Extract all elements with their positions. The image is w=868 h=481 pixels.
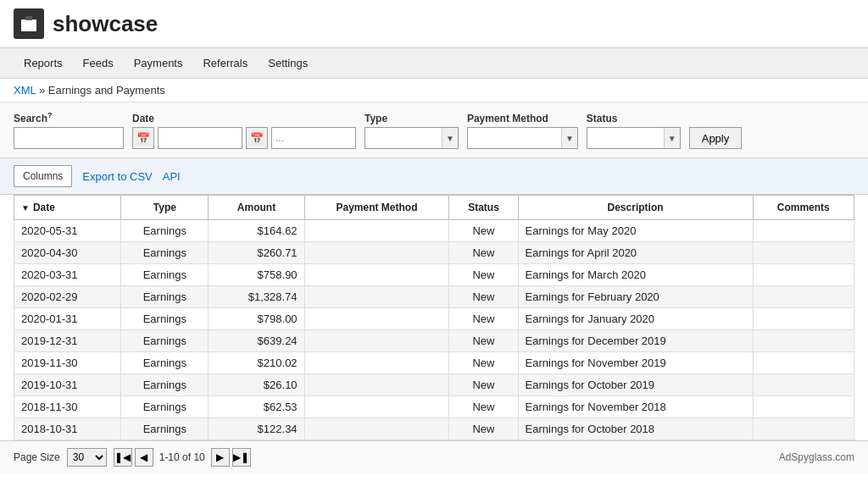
cell-row1-col0: 2020-04-30 bbox=[14, 242, 121, 264]
pagination-controls: ❚◀ ◀ 1-10 of 10 ▶ ▶❚ bbox=[114, 448, 251, 467]
table-row: 2020-01-31Earnings$798.00NewEarnings for… bbox=[14, 308, 854, 330]
col-payment-method: Payment Method bbox=[304, 196, 449, 220]
col-type: Type bbox=[121, 196, 209, 220]
date-start-picker-button[interactable]: 📅 bbox=[132, 127, 154, 149]
pagination-next-button[interactable]: ▶ bbox=[211, 448, 230, 467]
cell-row9-col0: 2018-10-31 bbox=[14, 418, 121, 440]
cell-row6-col6 bbox=[753, 352, 854, 374]
cell-row3-col1: Earnings bbox=[121, 286, 209, 308]
logo-icon bbox=[14, 8, 44, 39]
cell-row6-col3 bbox=[304, 352, 449, 374]
payment-method-select-wrapper: ▼ bbox=[467, 127, 578, 149]
col-date[interactable]: ▼Date bbox=[14, 196, 121, 220]
table-row: 2020-05-31Earnings$164.62NewEarnings for… bbox=[14, 220, 854, 242]
cell-row1-col6 bbox=[753, 242, 854, 264]
search-filter-group: Search? bbox=[14, 111, 124, 149]
date-end-picker-button[interactable]: 📅 bbox=[246, 127, 268, 149]
toolbar: Columns Export to CSV API bbox=[0, 158, 868, 195]
status-select-arrow[interactable]: ▼ bbox=[664, 128, 680, 148]
cell-row5-col5: Earnings for December 2019 bbox=[518, 330, 753, 352]
table-row: 2019-11-30Earnings$210.02NewEarnings for… bbox=[14, 352, 854, 374]
nav-item-feeds[interactable]: Feeds bbox=[73, 50, 124, 76]
nav-item-settings[interactable]: Settings bbox=[258, 50, 318, 76]
breadcrumb-root[interactable]: XML bbox=[14, 84, 36, 97]
main-nav: Reports Feeds Payments Referrals Setting… bbox=[0, 48, 868, 79]
cell-row0-col2: $164.62 bbox=[209, 220, 304, 242]
cell-row4-col3 bbox=[304, 308, 449, 330]
table-body: 2020-05-31Earnings$164.62NewEarnings for… bbox=[14, 220, 854, 440]
payment-method-select-arrow[interactable]: ▼ bbox=[561, 128, 577, 148]
payment-method-filter-group: Payment Method ▼ bbox=[467, 113, 578, 149]
col-amount: Amount bbox=[209, 196, 304, 220]
status-filter-group: Status ▼ bbox=[587, 113, 681, 149]
status-select[interactable] bbox=[587, 128, 664, 148]
cell-row2-col6 bbox=[753, 264, 854, 286]
cell-row3-col4: New bbox=[449, 286, 518, 308]
date-start-input[interactable] bbox=[158, 127, 242, 149]
table-row: 2020-02-29Earnings$1,328.74NewEarnings f… bbox=[14, 286, 854, 308]
cell-row8-col4: New bbox=[449, 396, 518, 418]
type-filter-group: Type ▼ bbox=[364, 113, 459, 149]
columns-button[interactable]: Columns bbox=[14, 165, 72, 187]
cell-row2-col1: Earnings bbox=[121, 264, 209, 286]
cell-row9-col6 bbox=[753, 418, 854, 440]
cell-row3-col6 bbox=[753, 286, 854, 308]
breadcrumb-separator: » bbox=[39, 84, 45, 97]
col-comments: Comments bbox=[753, 196, 854, 220]
export-csv-link[interactable]: Export to CSV bbox=[82, 170, 152, 183]
nav-item-payments[interactable]: Payments bbox=[124, 50, 193, 76]
cell-row5-col4: New bbox=[449, 330, 518, 352]
cell-row1-col4: New bbox=[449, 242, 518, 264]
cell-row5-col3 bbox=[304, 330, 449, 352]
cell-row5-col0: 2019-12-31 bbox=[14, 330, 121, 352]
apply-button[interactable]: Apply bbox=[689, 127, 743, 149]
cell-row6-col5: Earnings for November 2019 bbox=[518, 352, 753, 374]
pagination-last-button[interactable]: ▶❚ bbox=[232, 448, 251, 467]
pagination-info: 1-10 of 10 bbox=[159, 451, 205, 463]
footer-branding: AdSpyglass.com bbox=[779, 451, 854, 463]
pagination-first-button[interactable]: ❚◀ bbox=[114, 448, 132, 467]
type-select[interactable] bbox=[365, 128, 442, 148]
cell-row3-col3 bbox=[304, 286, 449, 308]
type-select-arrow[interactable]: ▼ bbox=[442, 128, 458, 148]
cell-row6-col0: 2019-11-30 bbox=[14, 352, 121, 374]
cell-row4-col2: $798.00 bbox=[209, 308, 304, 330]
nav-item-referrals[interactable]: Referrals bbox=[192, 50, 258, 76]
search-label: Search? bbox=[14, 111, 124, 124]
cell-row4-col4: New bbox=[449, 308, 518, 330]
cell-row7-col6 bbox=[753, 374, 854, 396]
table-row: 2019-10-31Earnings$26.10NewEarnings for … bbox=[14, 374, 854, 396]
cell-row3-col0: 2020-02-29 bbox=[14, 286, 121, 308]
cell-row2-col4: New bbox=[449, 264, 518, 286]
cell-row0-col4: New bbox=[449, 220, 518, 242]
svg-rect-2 bbox=[24, 21, 34, 23]
cell-row1-col5: Earnings for April 2020 bbox=[518, 242, 753, 264]
cell-row0-col1: Earnings bbox=[121, 220, 209, 242]
cell-row2-col0: 2020-03-31 bbox=[14, 264, 121, 286]
footer: Page Size 30 50 100 ❚◀ ◀ 1-10 of 10 ▶ ▶❚… bbox=[0, 440, 868, 473]
payment-method-select[interactable] bbox=[468, 128, 561, 148]
date-end-input[interactable] bbox=[271, 127, 356, 149]
sort-arrow-icon: ▼ bbox=[21, 203, 30, 213]
cell-row8-col0: 2018-11-30 bbox=[14, 396, 121, 418]
pagination-prev-button[interactable]: ◀ bbox=[135, 448, 153, 467]
date-range-wrapper: 📅 📅 bbox=[132, 127, 356, 149]
search-input[interactable] bbox=[14, 127, 124, 149]
cell-row0-col5: Earnings for May 2020 bbox=[518, 220, 753, 242]
breadcrumb-current: Earnings and Payments bbox=[48, 84, 165, 97]
cell-row7-col2: $26.10 bbox=[209, 374, 304, 396]
cell-row9-col1: Earnings bbox=[121, 418, 209, 440]
cell-row2-col2: $758.90 bbox=[209, 264, 304, 286]
cell-row7-col5: Earnings for October 2019 bbox=[518, 374, 753, 396]
cell-row2-col5: Earnings for March 2020 bbox=[518, 264, 753, 286]
cell-row4-col1: Earnings bbox=[121, 308, 209, 330]
cell-row0-col3 bbox=[304, 220, 449, 242]
cell-row8-col5: Earnings for November 2018 bbox=[518, 396, 753, 418]
cell-row5-col6 bbox=[753, 330, 854, 352]
api-link[interactable]: API bbox=[163, 170, 181, 183]
page-size-select[interactable]: 30 50 100 bbox=[67, 448, 107, 467]
table-row: 2020-04-30Earnings$260.71NewEarnings for… bbox=[14, 242, 854, 264]
header: showcase bbox=[0, 0, 868, 48]
cell-row8-col6 bbox=[753, 396, 854, 418]
nav-item-reports[interactable]: Reports bbox=[14, 50, 73, 76]
